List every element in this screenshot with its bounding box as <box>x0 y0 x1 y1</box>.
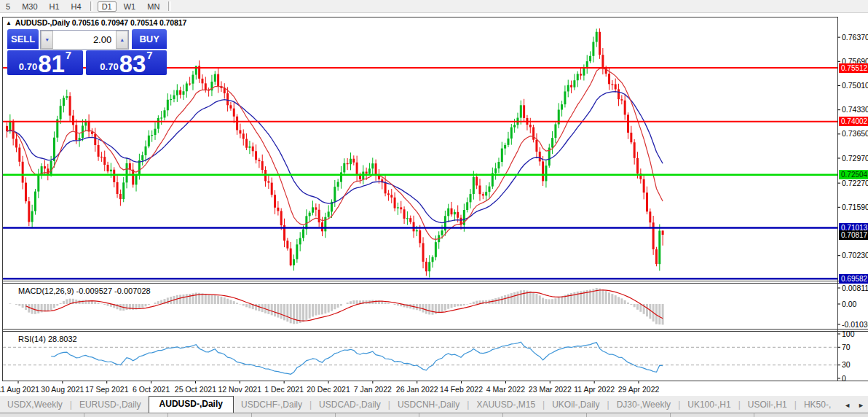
svg-text:70: 70 <box>842 343 851 351</box>
window-grip-tick <box>754 413 754 417</box>
timeframe-5[interactable]: 5 <box>1 1 15 12</box>
buy-price-big: 83 <box>119 54 146 74</box>
price-level-label: 0.72504 <box>839 170 868 179</box>
svg-text:-0.010363: -0.010363 <box>842 320 868 329</box>
chart-title-text: AUDUSD-,Daily 0.70516 0.70947 0.70514 0.… <box>15 18 186 27</box>
date-axis-label: 6 Oct 2021 <box>133 385 170 394</box>
window-grip-tick <box>502 413 503 417</box>
date-axis-label: 30 Aug 2021 <box>41 385 84 394</box>
sell-price-big: 81 <box>38 54 65 74</box>
sell-price-display[interactable]: 0.70 81 7 <box>7 50 83 75</box>
tab-audusd-daily[interactable]: AUDUSD-,Daily <box>149 396 234 413</box>
timeframe-m30[interactable]: M30 <box>17 1 42 12</box>
buy-price-prefix: 0.70 <box>100 61 118 72</box>
date-axis-label: 1 Dec 2021 <box>264 385 304 394</box>
timeframe-h1[interactable]: H1 <box>45 1 64 12</box>
buy-price-pip: 7 <box>146 49 152 61</box>
timeframe-mn[interactable]: MN <box>143 1 164 12</box>
timeframe-toolbar: 5M30H1H4D1W1MN <box>0 0 868 13</box>
window-grip-tick <box>84 413 84 417</box>
date-axis-label: 29 Apr 2022 <box>618 385 660 394</box>
toolbar-separator <box>90 1 93 11</box>
window-grip-tick <box>419 413 419 417</box>
date-axis-label: 4 Mar 2022 <box>486 385 525 394</box>
buy-button[interactable]: BUY <box>132 29 167 49</box>
chart-tab-bar: USDX,Weekly|EURUSD-,DailyAUDUSD-,DailyUS… <box>0 396 868 413</box>
svg-text:0.72270: 0.72270 <box>842 179 868 187</box>
tab-usdcad-daily[interactable]: USDCAD-,Daily <box>312 397 388 413</box>
date-axis-label: 12 Nov 2021 <box>218 385 262 394</box>
tab-xauusd-m15[interactable]: XAUUSD-,M15 <box>469 397 542 413</box>
sell-button[interactable]: SELL <box>7 29 39 49</box>
trade-panel: SELL ▼ ▲ BUY 0.70 81 7 0.70 83 7 <box>7 29 167 75</box>
timeframe-h4[interactable]: H4 <box>67 1 86 12</box>
timeframe-d1[interactable]: D1 <box>98 1 117 12</box>
volume-spinner: ▼ ▲ <box>40 30 129 50</box>
tab-scroll-left-button[interactable]: ◄ <box>840 398 854 413</box>
tab-dj30-weekly[interactable]: DJ30-,Weekly <box>609 397 678 413</box>
sell-price-prefix: 0.70 <box>19 61 37 72</box>
tab-uk100-h1[interactable]: UK100-,H1 <box>680 397 738 413</box>
window-grip-tick <box>251 413 252 417</box>
volume-decrease-button[interactable]: ▼ <box>41 31 53 49</box>
date-axis-label: 23 Mar 2022 <box>529 385 572 394</box>
tab-usoil-h1[interactable]: USOil-,H1 <box>741 397 794 413</box>
date-axis-label: 25 Oct 2021 <box>175 385 216 394</box>
date-axis-label: 11 Aug 2021 <box>0 385 39 394</box>
date-axis-label: 7 Jan 2022 <box>354 385 392 394</box>
toolbar-separator <box>168 1 171 11</box>
tab-eurusd-daily[interactable]: EURUSD-,Daily <box>72 397 149 413</box>
tab-usdx-weekly[interactable]: USDX,Weekly <box>0 397 70 413</box>
tab-scroll-right-button[interactable]: ► <box>854 398 868 413</box>
macd-axis-labels: 0.0081130.00-0.010363 <box>837 284 868 329</box>
current-price-label: 0.70817 <box>839 230 868 240</box>
date-axis: 11 Aug 202130 Aug 202117 Sep 20216 Oct 2… <box>0 381 868 396</box>
date-axis-label: 26 Jan 2022 <box>396 385 438 394</box>
rsi-levels <box>3 347 837 365</box>
sell-price-pip: 7 <box>66 49 71 61</box>
svg-text:0.76370: 0.76370 <box>842 33 868 42</box>
date-axis-label: 11 Apr 2022 <box>574 385 615 394</box>
date-axis-label: 17 Sep 2021 <box>85 385 129 394</box>
svg-text:0.008113: 0.008113 <box>842 284 868 292</box>
timeframe-w1[interactable]: W1 <box>119 1 141 12</box>
price-level-label: 0.74002 <box>839 117 868 126</box>
window-grip-tick <box>335 413 336 417</box>
svg-text:0.73650: 0.73650 <box>842 129 868 138</box>
macd-label: MACD(12,26,9) -0.009527 -0.007028 <box>18 287 151 295</box>
svg-text:0.72970: 0.72970 <box>842 154 868 163</box>
svg-text:100: 100 <box>842 330 855 338</box>
window-grip-tick <box>670 413 671 417</box>
window-grip-tick <box>586 413 587 417</box>
price-level-label: 0.69582 <box>839 274 868 284</box>
tab-usdcnh-daily[interactable]: USDCNH-,Daily <box>390 397 467 413</box>
svg-text:0.70230: 0.70230 <box>842 251 868 260</box>
buy-price-display[interactable]: 0.70 83 7 <box>86 50 167 75</box>
rsi-axis-labels: 10070300 <box>837 330 855 383</box>
tab-hk50[interactable]: HK50-, <box>797 397 838 413</box>
collapse-triangle-icon[interactable]: ▲ <box>6 20 12 26</box>
rsi-label: RSI(14) 28.8032 <box>18 335 77 343</box>
window-grip-tick <box>167 413 168 417</box>
svg-text:0.71590: 0.71590 <box>842 203 868 211</box>
date-axis-label: 20 Dec 2021 <box>307 385 350 394</box>
svg-text:0.75010: 0.75010 <box>842 81 868 90</box>
svg-text:0.00: 0.00 <box>842 300 857 308</box>
svg-text:30: 30 <box>842 360 851 369</box>
date-axis-label: 14 Feb 2022 <box>440 385 483 394</box>
volume-increase-button[interactable]: ▲ <box>116 31 128 49</box>
tab-usdchf-daily[interactable]: USDCHF-,Daily <box>234 397 309 413</box>
svg-text:0.74330: 0.74330 <box>842 105 868 114</box>
price-level-label: 0.75512 <box>839 63 868 73</box>
chart-title: ▲ AUDUSD-,Daily 0.70516 0.70947 0.70514 … <box>6 18 186 27</box>
tab-ukoil-daily[interactable]: UKOil-,Daily <box>545 397 607 413</box>
bottom-strip <box>0 413 868 417</box>
volume-input[interactable] <box>53 32 116 47</box>
